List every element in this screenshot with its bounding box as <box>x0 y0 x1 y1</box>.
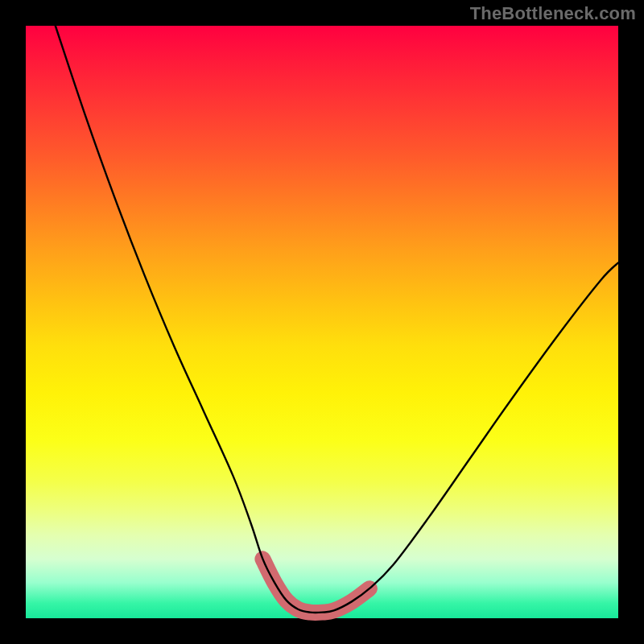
valley-highlight <box>262 559 369 613</box>
chart-stage: TheBottleneck.com <box>0 0 644 644</box>
watermark-text: TheBottleneck.com <box>470 3 636 24</box>
plot-area <box>26 26 618 618</box>
bottleneck-curve <box>56 26 618 613</box>
curve-layer <box>26 26 618 618</box>
